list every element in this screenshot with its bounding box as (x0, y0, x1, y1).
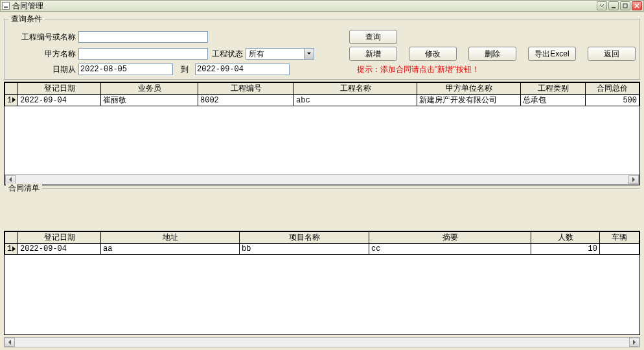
grid1-h-sales: 业务员 (101, 83, 198, 95)
grid2-h-people: 人数 (531, 232, 600, 244)
grid1-row[interactable]: 1 2022-09-04 崔丽敏 8002 abc 新建房产开发有限公司 总承包… (5, 95, 639, 106)
contract-list-grid[interactable]: 登记日期 地址 项目名称 摘要 人数 车辆 1 2022-09-04 aa bb… (4, 231, 640, 335)
query-fieldset: 查询条件 工程编号或名称 查询 甲方名称 工程状态 所有 新增 修改 删除 (4, 14, 640, 80)
grid2-h-date: 登记日期 (18, 232, 101, 244)
grid2-c-addr: aa (101, 244, 240, 255)
input-proj-code-name[interactable] (78, 31, 208, 43)
scroll-left-icon[interactable] (5, 338, 15, 347)
contract-grid[interactable]: 登记日期 业务员 工程编号 工程名称 甲方单位名称 工程类别 合同总价 1 20… (4, 82, 640, 185)
svg-rect-1 (623, 4, 627, 8)
label-proj-code-name: 工程编号或名称 (8, 32, 76, 43)
scroll-right-icon[interactable] (628, 175, 639, 184)
minimize-button[interactable] (608, 1, 619, 10)
grid1-h-partya: 甲方单位名称 (417, 83, 521, 95)
section-contract-list-label: 合同清单 (6, 183, 42, 192)
grid1-h-projname: 工程名称 (294, 83, 417, 95)
label-proj-status: 工程状态 (212, 49, 243, 60)
export-button[interactable]: 导出Excel (528, 47, 576, 61)
select-proj-status[interactable]: 所有 (246, 48, 314, 60)
grid1-h-projcode: 工程编号 (198, 83, 294, 95)
select-proj-status-value: 所有 (246, 49, 304, 60)
hint-text: 提示：添加合同请点击"新增"按钮！ (357, 64, 479, 75)
grid1-c-total: 500 (586, 95, 639, 106)
grid2-h-itemname: 项目名称 (240, 232, 369, 244)
grid1-h-type: 工程类别 (521, 83, 586, 95)
chevron-down-icon (304, 49, 314, 59)
grid1-c-projname: abc (294, 95, 417, 106)
grid1-c-sales: 崔丽敏 (101, 95, 198, 106)
grid1-c-projcode: 8002 (198, 95, 294, 106)
grid1-c-type: 总承包 (521, 95, 586, 106)
grid2-c-summary: cc (369, 244, 531, 255)
input-date-from[interactable] (78, 64, 173, 75)
add-button[interactable]: 新增 (349, 47, 397, 61)
grid2-c-itemname: bb (240, 244, 369, 255)
label-date-to: 到 (177, 64, 192, 75)
title-bar: 合同管理 (0, 0, 644, 12)
query-legend: 查询条件 (8, 14, 45, 25)
label-date-from: 日期从 (8, 64, 76, 75)
grid1-header-row: 登记日期 业务员 工程编号 工程名称 甲方单位名称 工程类别 合同总价 (5, 83, 639, 95)
grid2-header-row: 登记日期 地址 项目名称 摘要 人数 车辆 (5, 232, 639, 244)
grid2-row[interactable]: 1 2022-09-04 aa bb cc 10 (5, 244, 639, 255)
back-button[interactable]: 返回 (588, 47, 636, 61)
window-menu-button[interactable] (597, 1, 607, 10)
grid2-c-people: 10 (531, 244, 600, 255)
grid2-h-addr: 地址 (101, 232, 240, 244)
close-button[interactable] (632, 1, 642, 10)
grid2-h-summary: 摘要 (369, 232, 531, 244)
grid2-h-vehicle: 车辆 (600, 232, 639, 244)
edit-button[interactable]: 修改 (409, 47, 457, 61)
outer-hscroll[interactable] (4, 337, 640, 347)
grid2-c-date: 2022-09-04 (18, 244, 101, 255)
row-pointer-icon (12, 97, 16, 102)
scroll-right-icon[interactable] (629, 338, 639, 347)
grid1-h-total: 合同总价 (586, 83, 639, 95)
grid1-c-date: 2022-09-04 (18, 95, 101, 106)
row-pointer-icon (12, 246, 16, 251)
grid2-c-vehicle (600, 244, 639, 255)
delete-button[interactable]: 删除 (468, 47, 516, 61)
scroll-left-icon[interactable] (5, 175, 16, 184)
app-icon (2, 2, 10, 10)
input-party-a-name[interactable] (78, 48, 208, 60)
section-contract-list: 合同清单 (6, 188, 640, 200)
grid1-h-date: 登记日期 (18, 83, 101, 95)
window-title: 合同管理 (12, 1, 43, 12)
content-area: 查询条件 工程编号或名称 查询 甲方名称 工程状态 所有 新增 修改 删除 (1, 12, 643, 349)
grid1-hscroll[interactable] (5, 174, 639, 185)
svg-rect-0 (612, 7, 615, 8)
input-date-to[interactable] (195, 64, 290, 75)
grid1-c-partya: 新建房产开发有限公司 (417, 95, 521, 106)
search-button[interactable]: 查询 (349, 30, 397, 44)
maximize-button[interactable] (620, 1, 630, 10)
label-party-a-name: 甲方名称 (8, 49, 76, 60)
